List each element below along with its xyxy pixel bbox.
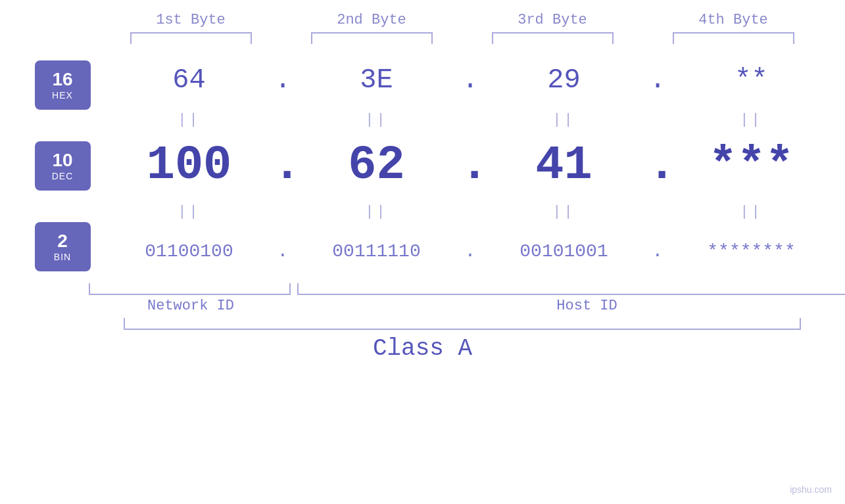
bracket-cell-2 bbox=[281, 32, 462, 44]
bottom-bracket-row bbox=[66, 283, 845, 295]
top-brackets-row bbox=[66, 32, 845, 44]
dec-byte-2: 62 bbox=[286, 133, 467, 198]
dec-byte-3: 41 bbox=[473, 133, 654, 198]
watermark: ipshu.com bbox=[790, 484, 832, 495]
hex-byte-1: 64 bbox=[99, 64, 279, 96]
equals-1-byte3: || bbox=[473, 112, 654, 128]
byte-header-1: 1st Byte bbox=[101, 12, 281, 28]
hex-badge-number: 16 bbox=[52, 69, 72, 90]
byte-headers-row: 1st Byte 2nd Byte 3rd Byte 4th Byte bbox=[66, 12, 845, 28]
hex-badge-label: HEX bbox=[52, 90, 73, 101]
bracket-cell-4 bbox=[643, 32, 824, 44]
bracket-cell-3 bbox=[462, 32, 643, 44]
main-container: 1st Byte 2nd Byte 3rd Byte 4th Byte 16 H… bbox=[0, 0, 845, 504]
top-bracket-2 bbox=[311, 32, 433, 44]
bin-byte-2: 00111110 bbox=[286, 241, 467, 262]
hex-byte-4: ** bbox=[661, 64, 842, 96]
bin-byte-3: 00101001 bbox=[473, 241, 654, 262]
equals-row-2: || || || || bbox=[99, 202, 842, 221]
network-bracket bbox=[89, 283, 291, 295]
equals-1-byte1: || bbox=[99, 112, 279, 128]
class-label-row: Class A bbox=[26, 335, 819, 362]
dec-badge-number: 10 bbox=[52, 150, 72, 171]
host-id-label: Host ID bbox=[316, 298, 845, 314]
full-bracket bbox=[124, 318, 801, 330]
byte-header-3: 3rd Byte bbox=[462, 12, 643, 28]
dec-badge: 10 DEC bbox=[35, 141, 91, 191]
top-bracket-1 bbox=[130, 32, 252, 44]
bin-data-row: 01100100 . 00111110 . 00101001 . *******… bbox=[99, 221, 842, 281]
network-id-label: Network ID bbox=[66, 298, 316, 314]
equals-2-byte3: || bbox=[473, 204, 654, 220]
hex-byte-2: 3E bbox=[286, 64, 467, 96]
dec-badge-label: DEC bbox=[52, 171, 74, 181]
bracket-cell-1 bbox=[101, 32, 281, 44]
bin-badge-number: 2 bbox=[57, 231, 68, 252]
main-data-section: 16 HEX 10 DEC 2 BIN 64 . 3E . 29 . ** bbox=[26, 51, 819, 281]
id-labels-row: Network ID Host ID bbox=[66, 298, 845, 314]
bottom-section: Network ID Host ID bbox=[66, 283, 845, 314]
top-bracket-4 bbox=[673, 32, 794, 44]
data-grid: 64 . 3E . 29 . ** || || || || 100 bbox=[99, 51, 842, 281]
equals-1-byte4: || bbox=[661, 112, 842, 128]
equals-2-byte2: || bbox=[286, 204, 467, 220]
bin-byte-4: ******** bbox=[661, 241, 842, 262]
dec-byte-1: 100 bbox=[99, 133, 279, 198]
dec-byte-4: *** bbox=[661, 133, 842, 198]
equals-row-1: || || || || bbox=[99, 110, 842, 129]
host-bracket bbox=[297, 283, 845, 295]
bin-badge: 2 BIN bbox=[35, 222, 91, 271]
class-label: Class A bbox=[373, 335, 472, 362]
top-bracket-3 bbox=[492, 32, 614, 44]
base-labels-column: 16 HEX 10 DEC 2 BIN bbox=[26, 60, 99, 271]
hex-badge: 16 HEX bbox=[35, 60, 91, 110]
full-bracket-row bbox=[45, 318, 801, 330]
hex-data-row: 64 . 3E . 29 . ** bbox=[99, 51, 842, 110]
byte-header-2: 2nd Byte bbox=[281, 12, 462, 28]
bin-badge-label: BIN bbox=[54, 252, 71, 262]
byte-header-4: 4th Byte bbox=[643, 12, 824, 28]
dec-data-row: 100 . 62 . 41 . *** bbox=[99, 129, 842, 202]
equals-1-byte2: || bbox=[286, 112, 467, 128]
bin-byte-1: 01100100 bbox=[99, 241, 279, 262]
equals-2-byte4: || bbox=[661, 204, 842, 220]
equals-2-byte1: || bbox=[99, 204, 279, 220]
hex-byte-3: 29 bbox=[473, 64, 654, 96]
